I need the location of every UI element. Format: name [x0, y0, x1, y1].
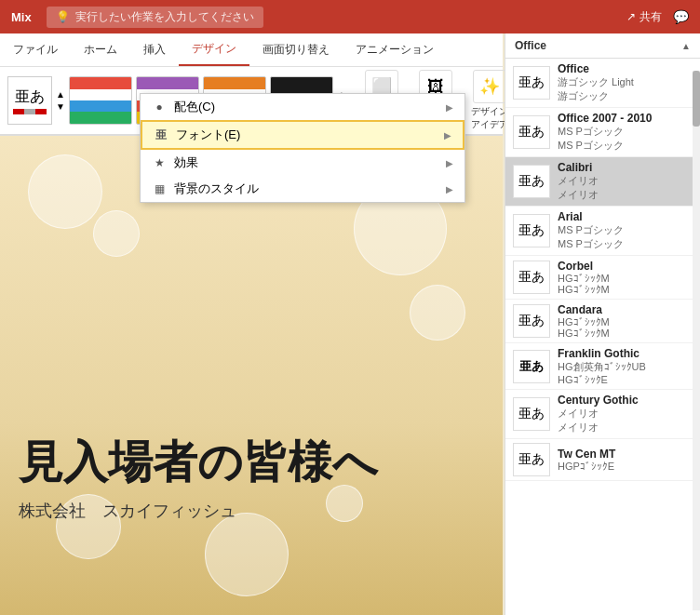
font-item-arial[interactable]: 亜あ Arial MS Pゴシック MS Pゴシック: [505, 207, 700, 256]
font-subname1-office-2007: MS Pゴシック: [558, 125, 652, 139]
arrow-icon-font: ▶: [444, 130, 451, 140]
arrow-icon-effect: ▶: [446, 158, 453, 168]
font-subname2-candara: HGｺﾞｼｯｸM: [558, 328, 610, 339]
tab-animation[interactable]: アニメーション: [343, 33, 447, 66]
slide-content[interactable]: 見入場者の皆様へ 株式会社 スカイフィッシュ: [0, 136, 503, 615]
font-item-corbel[interactable]: 亜あ Corbel HGｺﾞｼｯｸM HGｺﾞｼｯｸM: [505, 256, 700, 300]
font-subname1-century-gothic: メイリオ: [558, 407, 639, 421]
tab-insert[interactable]: 挿入: [130, 33, 179, 66]
font-thumb-text: 亜あ: [518, 313, 545, 329]
font-info-tw-cen: Tw Cen MT HGPｺﾞｼｯｸE: [558, 448, 615, 472]
font-item-office[interactable]: 亜あ Office 游ゴシック Light 游ゴシック: [505, 59, 700, 108]
font-thumb-text: 亜あ: [518, 74, 545, 91]
font-info-arial: Arial MS Pゴシック MS Pゴシック: [558, 210, 624, 251]
font-thumb-office: 亜あ: [513, 66, 550, 100]
ribbon-tabs: ファイル ホーム 挿入 デザイン 画面切り替え アニメーション: [0, 33, 503, 67]
color-icon: ●: [152, 100, 167, 114]
font-subname1-arial: MS Pゴシック: [558, 223, 624, 237]
drop-4: [410, 285, 465, 341]
lightbulb-icon: 💡: [56, 10, 70, 23]
font-item-franklin[interactable]: 亜あ Franklin Gothic HG創英角ｺﾞｼｯｸUB HGｺﾞｼｯｸE: [505, 343, 700, 390]
font-name-calibri: Calibri: [558, 161, 599, 174]
font-subname1-tw-cen: HGPｺﾞｼｯｸE: [558, 461, 615, 472]
font-item-tw-cen[interactable]: 亜あ Tw Cen MT HGPｺﾞｼｯｸE: [505, 439, 700, 481]
menu-bgstyle-label: 背景のスタイル: [174, 180, 438, 197]
search-bar[interactable]: 💡 実行したい作業を入力してください: [47, 7, 263, 28]
font-item-century-gothic[interactable]: 亜あ Century Gothic メイリオ メイリオ: [505, 390, 700, 439]
menu-item-color[interactable]: ● 配色(C) ▶: [141, 94, 464, 120]
slide-subtitle[interactable]: 株式会社 スカイフィッシュ: [19, 500, 378, 522]
theme-1[interactable]: [69, 76, 132, 125]
menu-item-font[interactable]: 亜 フォント(E) ▶: [141, 120, 464, 150]
font-info-corbel: Corbel HGｺﾞｼｯｸM HGｺﾞｼｯｸM: [558, 260, 610, 295]
menu-color-label: 配色(C): [174, 99, 438, 115]
font-item-calibri[interactable]: 亜あ Calibri メイリオ メイリオ: [505, 157, 700, 207]
scroll-down-icon[interactable]: ▼: [56, 101, 65, 112]
font-thumb-tw-cen: 亜あ: [513, 443, 550, 476]
menu-item-bgstyle[interactable]: ▦ 背景のスタイル ▶: [141, 176, 464, 202]
font-item-office-2007[interactable]: 亜あ Office 2007 - 2010 MS Pゴシック MS Pゴシック: [505, 108, 700, 157]
font-name-office-2007: Office 2007 - 2010: [558, 112, 652, 125]
design-ideas-icon: ✨: [473, 70, 506, 103]
tab-file[interactable]: ファイル: [0, 33, 71, 66]
font-thumb-office-2007: 亜あ: [513, 115, 550, 149]
font-panel-scrolltrack[interactable]: [693, 71, 700, 610]
font-subname1-calibri: メイリオ: [558, 174, 599, 188]
scroll-up-icon[interactable]: ▲: [56, 89, 65, 100]
font-panel-section: Office: [515, 39, 546, 52]
scroll-arrows[interactable]: ▲ ▼: [56, 89, 65, 112]
font-info-candara: Candara HGｺﾞｼｯｸM HGｺﾞｼｯｸM: [558, 303, 610, 339]
tab-design[interactable]: デザイン: [179, 33, 249, 66]
current-theme-thumb[interactable]: 亜あ: [7, 76, 52, 125]
font-subname1-franklin: HG創英角ｺﾞｼｯｸUB: [558, 360, 646, 374]
font-item-candara[interactable]: 亜あ Candara HGｺﾞｼｯｸM HGｺﾞｼｯｸM: [505, 300, 700, 343]
menu-effect-label: 効果: [174, 154, 438, 171]
slide-area: 見入場者の皆様へ 株式会社 スカイフィッシュ: [0, 136, 503, 615]
font-thumb-candara: 亜あ: [513, 304, 550, 338]
font-name-corbel: Corbel: [558, 260, 610, 273]
font-panel-header: Office ▲: [505, 33, 700, 59]
font-info-office: Office 游ゴシック Light 游ゴシック: [558, 62, 634, 103]
font-subname2-office-2007: MS Pゴシック: [558, 139, 652, 153]
font-panel: Office ▲ 亜あ Office 游ゴシック Light 游ゴシック 亜あ …: [505, 33, 700, 615]
font-name-tw-cen: Tw Cen MT: [558, 448, 615, 461]
effect-icon: ★: [152, 155, 167, 170]
font-thumb-text: 亜あ: [518, 269, 545, 286]
font-subname2-office: 游ゴシック: [558, 89, 634, 103]
font-name-arial: Arial: [558, 210, 624, 223]
menu-item-effect[interactable]: ★ 効果 ▶: [141, 150, 464, 176]
comment-icon[interactable]: 💬: [673, 9, 689, 24]
font-name-office: Office: [558, 62, 634, 75]
tab-home[interactable]: ホーム: [71, 33, 130, 66]
font-thumb-century-gothic: 亜あ: [513, 397, 550, 431]
font-info-office-2007: Office 2007 - 2010 MS Pゴシック MS Pゴシック: [558, 112, 652, 153]
panel-collapse-icon[interactable]: ▲: [681, 41, 691, 51]
arrow-icon-bgstyle: ▶: [446, 184, 453, 194]
titlebar: Mix 💡 実行したい作業を入力してください ↗ 共有 💬: [0, 0, 700, 33]
menu-font-label: フォント(E): [176, 127, 437, 143]
context-menu: ● 配色(C) ▶ 亜 フォント(E) ▶ ★ 効果 ▶ ▦ 背景のスタイル ▶: [140, 93, 465, 203]
font-thumb-text: 亜あ: [518, 406, 545, 422]
font-subname2-arial: MS Pゴシック: [558, 237, 624, 251]
app-name: Mix: [11, 10, 32, 24]
tab-transition[interactable]: 画面切り替え: [249, 33, 343, 66]
slide-title[interactable]: 見入場者の皆様へ: [19, 433, 378, 492]
drop-1: [28, 154, 102, 229]
font-subname1-corbel: HGｺﾞｼｯｸM: [558, 273, 610, 284]
font-subname2-franklin: HGｺﾞｼｯｸE: [558, 374, 646, 385]
font-thumb-calibri: 亜あ: [513, 165, 550, 198]
share-label: 共有: [639, 9, 662, 25]
font-thumb-text: 亜あ: [518, 173, 545, 190]
titlebar-left: Mix 💡 実行したい作業を入力してください: [11, 7, 626, 28]
font-info-franklin: Franklin Gothic HG創英角ｺﾞｼｯｸUB HGｺﾞｼｯｸE: [558, 347, 646, 385]
font-subname2-corbel: HGｺﾞｼｯｸM: [558, 284, 610, 295]
font-thumb-text: 亜あ: [518, 222, 545, 239]
font-subname1-candara: HGｺﾞｼｯｸM: [558, 316, 610, 328]
font-subname1-office: 游ゴシック Light: [558, 75, 634, 89]
share-button[interactable]: ↗ 共有: [626, 9, 662, 25]
thumb-text: 亜あ: [15, 87, 45, 107]
font-thumb-arial: 亜あ: [513, 214, 550, 247]
font-panel-scrollbar[interactable]: [693, 71, 700, 127]
font-subname2-century-gothic: メイリオ: [558, 421, 639, 435]
font-list: 亜あ Office 游ゴシック Light 游ゴシック 亜あ Office 20…: [505, 59, 700, 481]
